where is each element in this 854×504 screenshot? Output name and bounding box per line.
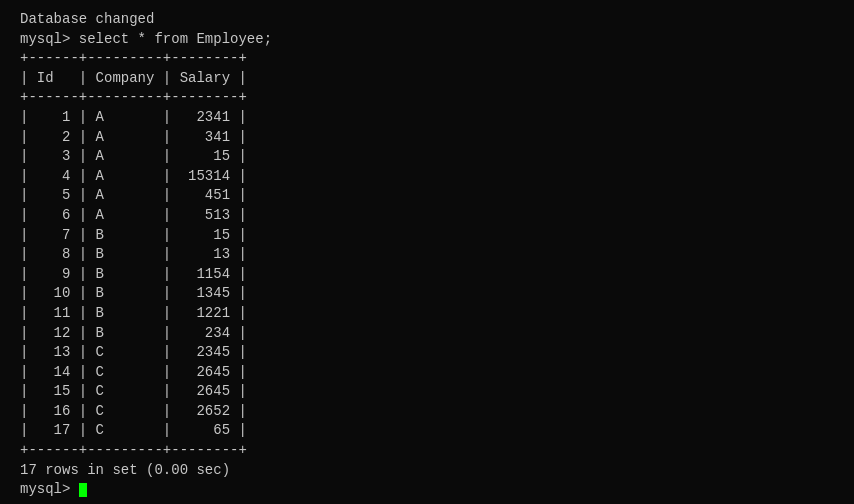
terminal-line: +------+---------+--------+ <box>20 49 834 69</box>
terminal-line: | Id | Company | Salary | <box>20 69 834 89</box>
terminal-line: mysql> <box>20 480 834 500</box>
terminal-line: | 13 | C | 2345 | <box>20 343 834 363</box>
terminal-line: | 15 | C | 2645 | <box>20 382 834 402</box>
terminal-line: 17 rows in set (0.00 sec) <box>20 461 834 481</box>
terminal-line: | 14 | C | 2645 | <box>20 363 834 383</box>
cursor <box>79 483 87 497</box>
terminal: Database changedmysql> select * from Emp… <box>20 10 834 494</box>
terminal-line: mysql> select * from Employee; <box>20 30 834 50</box>
terminal-line: | 16 | C | 2652 | <box>20 402 834 422</box>
terminal-line: | 7 | B | 15 | <box>20 226 834 246</box>
terminal-line: | 10 | B | 1345 | <box>20 284 834 304</box>
terminal-line: Database changed <box>20 10 834 30</box>
terminal-line: | 8 | B | 13 | <box>20 245 834 265</box>
terminal-line: | 17 | C | 65 | <box>20 421 834 441</box>
terminal-line: | 11 | B | 1221 | <box>20 304 834 324</box>
terminal-line: | 12 | B | 234 | <box>20 324 834 344</box>
prompt-text: mysql> <box>20 481 79 497</box>
terminal-line: +------+---------+--------+ <box>20 88 834 108</box>
terminal-line: | 5 | A | 451 | <box>20 186 834 206</box>
terminal-line: | 9 | B | 1154 | <box>20 265 834 285</box>
terminal-line: | 4 | A | 15314 | <box>20 167 834 187</box>
terminal-line: | 3 | A | 15 | <box>20 147 834 167</box>
terminal-line: +------+---------+--------+ <box>20 441 834 461</box>
terminal-line: | 2 | A | 341 | <box>20 128 834 148</box>
terminal-line: | 6 | A | 513 | <box>20 206 834 226</box>
terminal-line: | 1 | A | 2341 | <box>20 108 834 128</box>
